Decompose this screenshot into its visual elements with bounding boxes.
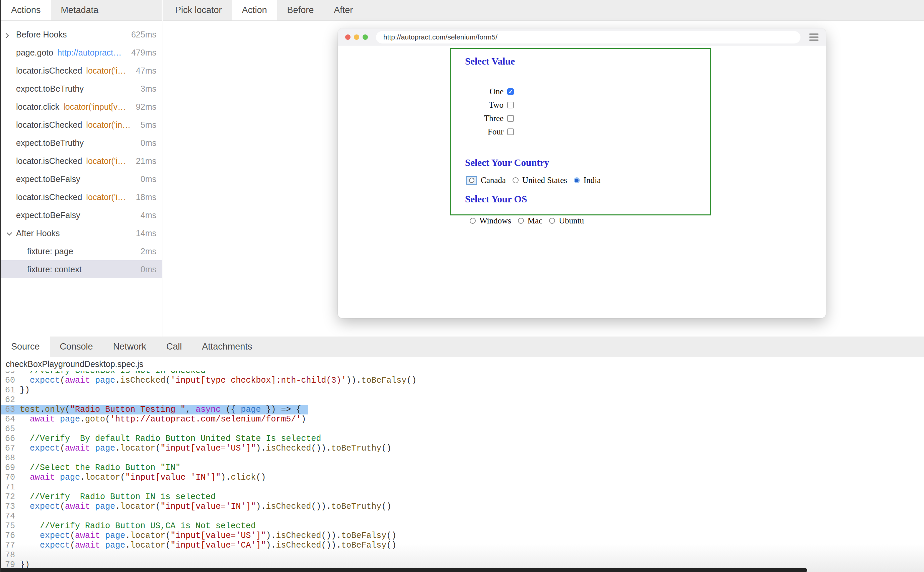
code-token: await (75, 541, 100, 550)
radio-item-windows: Windows (470, 216, 511, 225)
tab-source[interactable]: Source (1, 337, 50, 357)
code-token: toBeFalsy (341, 531, 386, 541)
tab-call[interactable]: Call (156, 337, 192, 357)
tab-actions[interactable]: Actions (1, 0, 51, 20)
code-token: locator (85, 473, 120, 482)
code-token: ( (70, 541, 75, 550)
code-token: . (115, 376, 120, 385)
action-row-before-hooks[interactable]: Before Hooks625ms (1, 25, 162, 44)
checkbox-three[interactable] (507, 115, 514, 122)
code-token: ). (266, 541, 276, 550)
code-token: . (80, 415, 85, 424)
action-title: expect.toBeFalsy (16, 174, 80, 184)
radio-item-united-states: United States (513, 176, 567, 185)
actions-metadata-tabbar: ActionsMetadata (1, 0, 162, 21)
action-row-after-hooks[interactable]: After Hooks14ms (1, 224, 162, 242)
action-row-fixture:-page[interactable]: fixture: page2ms (1, 242, 162, 260)
close-window-button[interactable] (345, 34, 351, 40)
checkbox-four[interactable] (507, 129, 514, 135)
action-title: fixture: page (27, 247, 73, 256)
trace-viewer: { "colors": { "accent_blue": "#4a90f5", … (0, 0, 924, 572)
code-token (90, 376, 95, 385)
code-token: ( (165, 376, 170, 385)
code-line-65: 65 (1, 424, 924, 434)
snapshot-tabbar: Pick locatorActionBeforeAfter (163, 0, 924, 21)
radio-ubuntu[interactable] (549, 218, 555, 224)
radio-united-states[interactable] (513, 177, 519, 183)
code-token: ( (60, 502, 65, 511)
hamburger-menu-icon[interactable] (809, 33, 818, 41)
tab-after[interactable]: After (324, 0, 363, 20)
tab-attachments[interactable]: Attachments (192, 337, 262, 357)
code-token: expect (40, 541, 70, 550)
tab-pick-locator[interactable]: Pick locator (165, 0, 232, 20)
code-token: . (115, 443, 120, 453)
tab-metadata[interactable]: Metadata (51, 0, 109, 20)
checkbox-group: One✓TwoThreeFour (451, 85, 514, 138)
action-row-locator.ischecked[interactable]: locator.isCheckedlocator('i…21ms (1, 152, 162, 170)
code-token: ()). (321, 531, 341, 541)
code-token: await (65, 502, 90, 511)
tab-before[interactable]: Before (277, 0, 324, 20)
code-token: only (45, 405, 65, 415)
chevron-down-icon[interactable] (6, 233, 11, 238)
tab-network[interactable]: Network (103, 337, 156, 357)
code-token: ( (120, 473, 125, 482)
code-token: ( (165, 531, 170, 541)
action-title: locator.isChecked (16, 66, 82, 76)
code-token: page (95, 376, 115, 385)
action-title: expect.toBeTruthy (16, 138, 84, 148)
code-token: 'input[type=checkbox]:nth-child(3)' (170, 376, 346, 385)
radio-mac[interactable] (518, 218, 524, 224)
code-token: locator (130, 531, 165, 541)
checkbox-two[interactable] (507, 102, 514, 108)
source-code-viewer[interactable]: 59 //Verify CheckBox Is Not In Checked60… (1, 371, 924, 572)
code-line-67: 67 expect(await page.locator("input[valu… (1, 443, 924, 453)
code-line-77: 77 expect(await page.locator("input[valu… (1, 541, 924, 550)
code-token: ( (65, 405, 70, 415)
code-token (90, 502, 95, 511)
action-duration: 18ms (136, 192, 156, 202)
code-token (55, 415, 60, 424)
action-row-expect.tobefalsy[interactable]: expect.toBeFalsy4ms (1, 206, 162, 224)
tab-action[interactable]: Action (232, 0, 277, 20)
action-row-locator.ischecked[interactable]: locator.isCheckedlocator('i…47ms (1, 62, 162, 79)
code-token: goto (85, 415, 105, 424)
action-param: locator('i… (86, 66, 126, 76)
code-token: click (231, 473, 256, 482)
code-token: ) (301, 415, 306, 424)
line-number: 72 (1, 492, 20, 502)
code-token: await (30, 415, 55, 424)
code-token: locator (120, 443, 155, 453)
tab-console[interactable]: Console (50, 337, 103, 357)
code-token: . (40, 405, 45, 415)
url-bar[interactable]: http://autopract.com/selenium/form5/ (376, 31, 801, 44)
code-token: . (80, 473, 85, 482)
radio-windows[interactable] (470, 218, 476, 224)
radio-canada[interactable] (469, 178, 474, 183)
action-row-fixture:-context[interactable]: fixture: context0ms (1, 260, 162, 278)
code-token (100, 531, 105, 541)
action-row-expect.tobetruthy[interactable]: expect.toBeTruthy3ms (1, 79, 162, 98)
action-title: locator.click (16, 102, 59, 112)
code-token: page (60, 415, 80, 424)
code-token: expect (30, 502, 60, 511)
action-row-locator.ischecked[interactable]: locator.isCheckedlocator('i…18ms (1, 188, 162, 206)
code-line-70: 70 await page.locator("input[value='IN']… (1, 473, 924, 482)
minimize-window-button[interactable] (354, 34, 359, 40)
radio-item-ubuntu: Ubuntu (549, 216, 584, 225)
select-os-heading: Select Your OS (465, 194, 710, 205)
action-row-locator.click[interactable]: locator.clicklocator('input[v…92ms (1, 98, 162, 116)
action-row-page.goto[interactable]: page.gotohttp://autopract…479ms (1, 44, 162, 62)
checkbox-one[interactable]: ✓ (507, 88, 514, 95)
radio-india[interactable] (574, 177, 580, 183)
action-row-expect.tobetruthy[interactable]: expect.toBeTruthy0ms (1, 134, 162, 152)
action-row-locator.ischecked[interactable]: locator.isCheckedlocator('in…5ms (1, 116, 162, 134)
action-title: locator.isChecked (16, 192, 82, 202)
action-row-expect.tobefalsy[interactable]: expect.toBeFalsy0ms (1, 170, 162, 188)
zoom-window-button[interactable] (363, 34, 368, 40)
bottom-edge-bar (1, 568, 807, 572)
chevron-right-icon[interactable] (6, 34, 11, 39)
code-token: expect (40, 531, 70, 541)
action-duration: 4ms (140, 210, 156, 220)
